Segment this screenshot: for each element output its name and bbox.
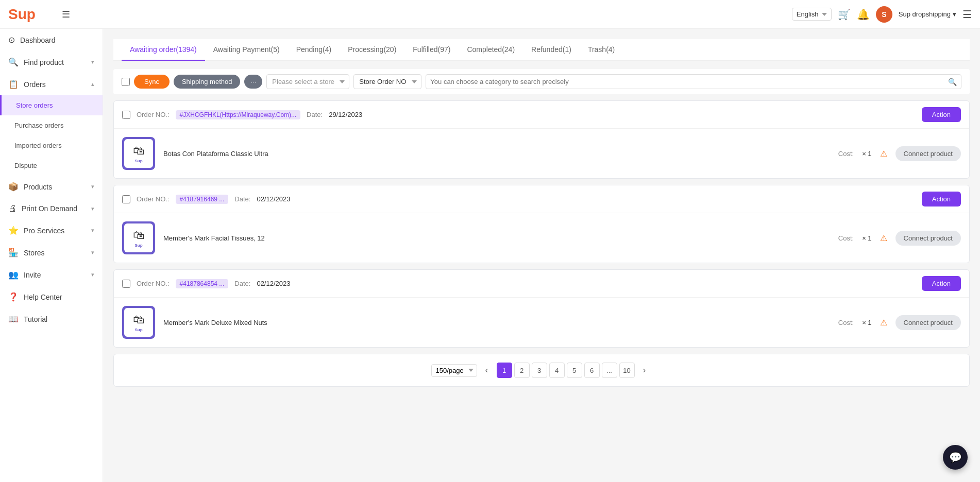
sidebar-item-label: Products <box>24 183 52 191</box>
username-button[interactable]: Sup dropshipping ▾ <box>899 10 956 18</box>
order-checkbox[interactable] <box>122 111 130 119</box>
tab-completed[interactable]: Completed(24) <box>459 39 523 61</box>
order-date-label: Date: <box>234 280 250 287</box>
bag-icon: 🛍 <box>133 229 144 242</box>
tab-awaiting-order[interactable]: Awaiting order(1394) <box>122 39 205 61</box>
connect-product-button[interactable]: Connect product <box>895 146 961 161</box>
sidebar-item-orders[interactable]: 📋 Orders ▴ <box>0 73 103 95</box>
search-box: 🔍 <box>426 74 961 89</box>
tab-awaiting-payment[interactable]: Awaiting Payment(5) <box>205 39 288 61</box>
sidebar-item-purchase-orders[interactable]: Purchase orders <box>0 115 103 135</box>
language-select[interactable]: English <box>792 8 832 21</box>
cart-icon[interactable]: 🛒 <box>838 8 851 21</box>
action-button[interactable]: Action <box>922 192 961 206</box>
select-all-checkbox[interactable] <box>122 78 130 86</box>
chevron-down-icon: ▾ <box>91 227 94 234</box>
header: Sup ☰ English 🛒 🔔 S Sup dropshipping ▾ ☰ <box>0 0 980 29</box>
page-button-6[interactable]: 6 <box>584 363 600 378</box>
page-button-4[interactable]: 4 <box>549 363 565 378</box>
chevron-down-icon: ▾ <box>953 10 956 18</box>
sidebar-item-label: Find product <box>24 58 64 66</box>
sidebar-item-store-orders[interactable]: Store orders <box>0 95 103 115</box>
connect-product-button[interactable]: Connect product <box>895 231 961 246</box>
page-button-5[interactable]: 5 <box>567 363 582 378</box>
sync-button[interactable]: Sync <box>134 75 170 89</box>
tutorial-icon: 📖 <box>8 314 19 324</box>
bag-icon: 🛍 <box>133 313 144 326</box>
sidebar-item-label: Tutorial <box>24 315 47 323</box>
sidebar-item-products[interactable]: 📦 Products ▾ <box>0 176 103 198</box>
sidebar-item-tutorial[interactable]: 📖 Tutorial <box>0 308 103 330</box>
order-no-select[interactable]: Store Order NO <box>353 74 421 89</box>
search-input[interactable] <box>430 75 948 89</box>
sidebar-item-dashboard[interactable]: ⊙ Dashboard <box>0 29 103 51</box>
store-select[interactable]: Please select a store <box>266 74 349 89</box>
bell-icon[interactable]: 🔔 <box>857 8 870 21</box>
sidebar-item-find-product[interactable]: 🔍 Find product ▾ <box>0 51 103 73</box>
order-checkbox[interactable] <box>122 280 130 288</box>
order-number[interactable]: #4187916469 ... <box>176 195 229 204</box>
order-header: Order NO.: #4187864854 ... Date: 02/12/2… <box>114 270 969 298</box>
order-body: 🛍 Sup Member's Mark Facial Tissues, 12 C… <box>114 213 969 263</box>
chevron-down-icon: ▾ <box>91 271 94 278</box>
order-date-label: Date: <box>234 195 250 203</box>
action-button[interactable]: Action <box>922 107 961 122</box>
chevron-down-icon: ▾ <box>91 205 94 212</box>
page-button-10[interactable]: 10 <box>619 363 635 378</box>
order-date: 29/12/2023 <box>329 111 362 118</box>
sidebar-item-label: Purchase orders <box>14 122 63 129</box>
sidebar-item-label: Orders <box>24 80 46 89</box>
sidebar-item-help-center[interactable]: ❓ Help Center <box>0 286 103 308</box>
tab-pending[interactable]: Pending(4) <box>288 39 340 61</box>
prev-page-button[interactable]: ‹ <box>479 363 495 378</box>
more-options-button[interactable]: ··· <box>244 75 262 89</box>
avatar: S <box>876 6 892 23</box>
sidebar-item-imported-orders[interactable]: Imported orders <box>0 135 103 156</box>
page-size-select[interactable]: 150/page <box>431 364 477 377</box>
order-checkbox[interactable] <box>122 195 130 203</box>
order-number[interactable]: #JXHCGFHKL(Https://Miraqueway.Com)... <box>176 110 301 119</box>
sidebar-item-print-on-demand[interactable]: 🖨 Print On Demand ▾ <box>0 198 103 219</box>
product-name: Member's Mark Deluxe Mixed Nuts <box>163 319 830 326</box>
page-button-1[interactable]: 1 <box>497 363 512 378</box>
order-number[interactable]: #4187864854 ... <box>176 279 229 288</box>
tab-fulfilled[interactable]: Fulfilled(97) <box>404 39 459 61</box>
invite-icon: 👥 <box>8 270 19 280</box>
tab-refunded[interactable]: Refunded(1) <box>523 39 580 61</box>
tab-trash[interactable]: Trash(4) <box>580 39 623 61</box>
sidebar-item-stores[interactable]: 🏪 Stores ▾ <box>0 242 103 264</box>
sidebar-item-invite[interactable]: 👥 Invite ▾ <box>0 264 103 286</box>
sidebar-item-pro-services[interactable]: ⭐ Pro Services ▾ <box>0 219 103 242</box>
tab-processing[interactable]: Processing(20) <box>340 39 404 61</box>
help-icon: ❓ <box>8 292 19 302</box>
find-product-icon: 🔍 <box>8 57 19 67</box>
next-page-button[interactable]: › <box>637 363 652 378</box>
sup-label: Sup <box>134 243 142 248</box>
sidebar-item-label: Invite <box>24 271 41 279</box>
sidebar-item-label: Print On Demand <box>22 204 77 213</box>
product-image: 🛍 Sup <box>122 137 155 170</box>
product-image: 🛍 Sup <box>122 221 155 254</box>
sidebar-item-label: Store orders <box>16 101 53 109</box>
order-card: Order NO.: #JXHCGFHKL(Https://Miraqueway… <box>113 100 970 179</box>
sidebar-item-label: Imported orders <box>14 142 62 149</box>
sidebar-item-dispute[interactable]: Dispute <box>0 156 103 176</box>
hamburger-button[interactable]: ☰ <box>62 9 70 20</box>
chevron-up-icon: ▴ <box>91 81 94 88</box>
order-no-label: Order NO.: <box>137 280 170 287</box>
order-header: Order NO.: #4187916469 ... Date: 02/12/2… <box>114 185 969 213</box>
cost-label: Cost: <box>838 319 854 326</box>
shipping-method-button[interactable]: Shipping method <box>174 75 241 89</box>
order-date: 02/12/2023 <box>257 195 290 203</box>
page-button-3[interactable]: 3 <box>532 363 547 378</box>
header-right: English 🛒 🔔 S Sup dropshipping ▾ ☰ <box>792 6 972 23</box>
chat-button[interactable]: 💬 <box>943 445 968 470</box>
order-body: 🛍 Sup Member's Mark Deluxe Mixed Nuts Co… <box>114 298 969 347</box>
order-tabs: Awaiting order(1394) Awaiting Payment(5)… <box>113 39 970 61</box>
product-name: Botas Con Plataforma Classic Ultra <box>163 150 830 158</box>
page-button-2[interactable]: 2 <box>514 363 530 378</box>
sidebar-item-label: Dashboard <box>20 36 56 44</box>
connect-product-button[interactable]: Connect product <box>895 315 961 330</box>
header-menu-button[interactable]: ☰ <box>962 8 972 21</box>
action-button[interactable]: Action <box>922 276 961 291</box>
